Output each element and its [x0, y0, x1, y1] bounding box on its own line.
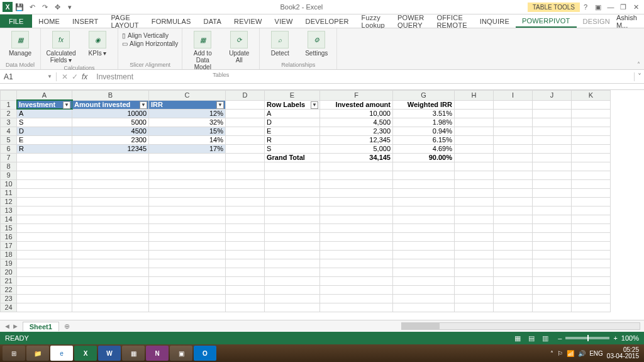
cell[interactable] — [393, 188, 455, 197]
cell[interactable] — [226, 153, 265, 162]
cell[interactable] — [226, 303, 265, 312]
cell[interactable] — [533, 215, 572, 223]
cell[interactable] — [533, 259, 572, 268]
cell[interactable] — [455, 294, 494, 303]
cell[interactable] — [17, 294, 72, 303]
outlook-taskbar-icon[interactable]: O — [194, 346, 216, 361]
cell[interactable]: R — [265, 135, 320, 144]
cell[interactable] — [393, 162, 455, 171]
cell[interactable] — [149, 215, 226, 223]
cell[interactable] — [533, 197, 572, 206]
cell[interactable] — [17, 241, 72, 250]
cell[interactable] — [226, 118, 265, 127]
cell[interactable] — [494, 285, 533, 294]
cell[interactable] — [533, 276, 572, 285]
cell[interactable] — [320, 276, 393, 285]
cell[interactable] — [455, 223, 494, 232]
cell[interactable] — [494, 162, 533, 171]
cell[interactable]: IRR▼ — [149, 100, 226, 109]
cell[interactable]: E — [265, 127, 320, 135]
cell[interactable] — [455, 171, 494, 179]
cell[interactable] — [533, 144, 572, 153]
row-header[interactable]: 4 — [1, 127, 17, 135]
row-header[interactable]: 24 — [1, 303, 17, 312]
row-header[interactable]: 15 — [1, 223, 17, 232]
cell[interactable] — [149, 206, 226, 215]
cell[interactable] — [72, 197, 149, 206]
cell[interactable] — [226, 276, 265, 285]
ribbon-display-options-icon[interactable]: ▣ — [592, 3, 604, 11]
cell[interactable] — [455, 259, 494, 268]
cell[interactable] — [572, 294, 611, 303]
cell[interactable] — [393, 215, 455, 223]
cell[interactable] — [320, 259, 393, 268]
cell[interactable] — [149, 285, 226, 294]
expand-formula-bar-icon[interactable]: ˅ — [634, 72, 644, 81]
tab-review[interactable]: REVIEW — [228, 14, 269, 28]
cell[interactable] — [572, 206, 611, 215]
cell[interactable] — [72, 171, 149, 179]
cell[interactable] — [533, 153, 572, 162]
sheet-nav-prev-icon[interactable]: ◄ — [4, 322, 11, 330]
cell[interactable] — [226, 135, 265, 144]
cell[interactable] — [494, 294, 533, 303]
cell[interactable] — [393, 232, 455, 241]
cell[interactable] — [455, 153, 494, 162]
cell[interactable] — [455, 285, 494, 294]
row-header[interactable]: 6 — [1, 144, 17, 153]
cell[interactable] — [226, 232, 265, 241]
cell[interactable] — [72, 206, 149, 215]
cell[interactable]: 4.69% — [393, 144, 455, 153]
row-header[interactable]: 8 — [1, 162, 17, 171]
cell[interactable] — [494, 241, 533, 250]
row-header[interactable]: 21 — [1, 276, 17, 285]
cell[interactable]: D — [17, 127, 72, 135]
cell[interactable] — [393, 250, 455, 259]
row-header[interactable]: 19 — [1, 259, 17, 268]
cell[interactable] — [72, 179, 149, 188]
cell[interactable] — [533, 171, 572, 179]
cell[interactable] — [72, 285, 149, 294]
cell[interactable] — [572, 109, 611, 118]
restore-icon[interactable]: ❐ — [618, 3, 629, 11]
cell[interactable] — [72, 303, 149, 312]
cell[interactable]: Amount invested▼ — [72, 100, 149, 109]
cell[interactable] — [572, 241, 611, 250]
row-header[interactable]: 9 — [1, 171, 17, 179]
cell[interactable] — [226, 162, 265, 171]
cell[interactable] — [226, 215, 265, 223]
cell[interactable] — [320, 206, 393, 215]
cell[interactable] — [533, 268, 572, 276]
col-header-G[interactable]: G — [393, 90, 455, 100]
cell[interactable] — [265, 250, 320, 259]
cell[interactable] — [72, 250, 149, 259]
tab-insert[interactable]: INSERT — [66, 14, 104, 28]
add-to-data-model-button[interactable]: ▦Add to Data Model — [186, 30, 219, 72]
cell[interactable] — [572, 135, 611, 144]
cell[interactable] — [494, 171, 533, 179]
zoom-level[interactable]: 100% — [621, 334, 639, 342]
cell[interactable] — [572, 144, 611, 153]
cell[interactable] — [455, 303, 494, 312]
cell[interactable] — [494, 118, 533, 127]
cell[interactable]: 4,500 — [320, 118, 393, 127]
cell[interactable] — [226, 294, 265, 303]
cell[interactable] — [494, 109, 533, 118]
cell[interactable] — [265, 197, 320, 206]
cell[interactable]: Weighted IRR — [393, 100, 455, 109]
cell[interactable] — [494, 197, 533, 206]
cell[interactable] — [17, 303, 72, 312]
row-header[interactable]: 22 — [1, 285, 17, 294]
cell[interactable]: 15% — [149, 127, 226, 135]
cell[interactable] — [455, 188, 494, 197]
cell[interactable] — [265, 268, 320, 276]
cell[interactable] — [393, 197, 455, 206]
cell[interactable] — [455, 232, 494, 241]
insert-function-icon[interactable]: fx — [82, 72, 87, 81]
close-icon[interactable]: ✕ — [630, 3, 641, 11]
cell[interactable] — [17, 188, 72, 197]
cell[interactable] — [265, 259, 320, 268]
account-area[interactable]: Ashish M... ▼ ☺ — [616, 14, 644, 28]
cell[interactable]: R — [17, 144, 72, 153]
cell[interactable] — [320, 232, 393, 241]
